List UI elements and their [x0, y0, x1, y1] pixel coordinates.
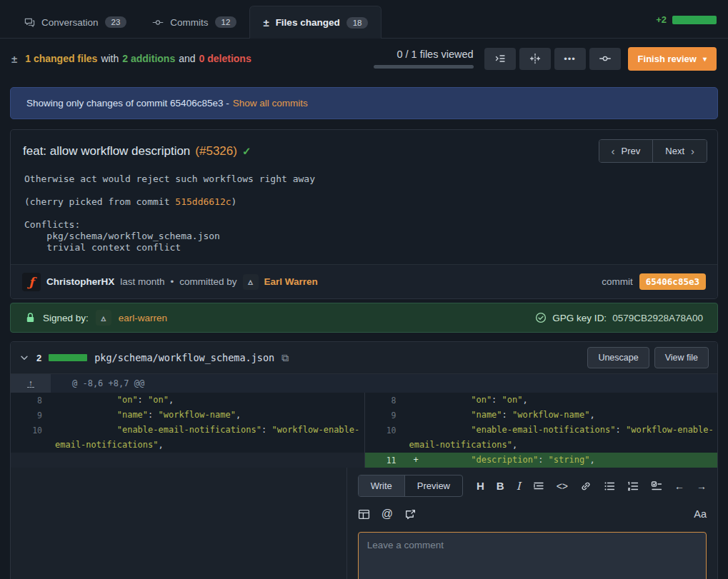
- issue-ref-link[interactable]: (#5326): [195, 144, 237, 158]
- diff-code-line: "enable-email-notifications": "workflow-…: [51, 423, 364, 453]
- redo-icon[interactable]: →: [697, 480, 707, 492]
- view-file-button[interactable]: View file: [654, 347, 709, 368]
- split-diff: 8 "on": "on",9 "name": "workflow-name",1…: [11, 393, 717, 468]
- conversation-count-badge: 23: [105, 16, 127, 28]
- additions-count: +2: [656, 14, 667, 25]
- diff-left: 8 "on": "on",9 "name": "workflow-name",1…: [11, 393, 364, 468]
- files-viewed-progress: 0 / 1 files viewed: [374, 49, 474, 69]
- lock-icon: [25, 312, 36, 323]
- bold-icon[interactable]: B: [497, 480, 504, 492]
- diff-row: 10 "enable-email-notifications": "workfl…: [11, 423, 364, 453]
- diff-icon: ±: [11, 53, 17, 65]
- code-icon[interactable]: <>: [557, 480, 568, 492]
- italic-icon[interactable]: I: [517, 480, 521, 493]
- file-tree-toggle-button[interactable]: [484, 48, 516, 70]
- gpg-key-label: GPG key ID:: [552, 313, 607, 323]
- heading-icon[interactable]: H: [477, 480, 484, 492]
- commit-pager: ‹ Prev Next ›: [599, 139, 707, 163]
- next-commit-button[interactable]: Next ›: [652, 140, 707, 162]
- expand-up-icon: ↑: [27, 379, 34, 388]
- tab-files-changed[interactable]: ± Files changed 18: [249, 6, 382, 39]
- tab-label: Files changed: [276, 17, 340, 28]
- line-number[interactable]: 9: [365, 408, 405, 423]
- quote-icon[interactable]: [533, 480, 544, 492]
- files-viewed-bar: [374, 65, 474, 69]
- additions-text: 2 additions: [122, 53, 175, 64]
- cherry-pick-sha-link[interactable]: 515dd6612c: [175, 196, 231, 207]
- split-view-icon: [529, 53, 541, 64]
- diff-row: 10 "enable-email-notifications": "workfl…: [365, 423, 718, 453]
- preview-tab[interactable]: Preview: [404, 475, 462, 496]
- author-name[interactable]: ChristopherHX: [46, 276, 114, 287]
- finish-review-label: Finish review: [638, 54, 697, 64]
- editor-toolbar: H B I <>: [477, 480, 707, 493]
- copy-path-icon[interactable]: ⧉: [281, 352, 289, 364]
- link-icon[interactable]: [580, 480, 592, 492]
- unescape-button[interactable]: Unescape: [587, 347, 649, 368]
- commit-sha-badge[interactable]: 65406c85e3: [639, 273, 706, 290]
- chevron-right-icon: ›: [691, 145, 694, 157]
- commit-verified-check-icon: ✓: [242, 145, 251, 158]
- editor-toolbar-secondary: @ Aa: [358, 508, 707, 520]
- comment-input[interactable]: [358, 532, 707, 579]
- diff-options-button[interactable]: •••: [554, 48, 586, 70]
- commit-message-conflicts: Conflicts: pkg/schema/workflow_schema.js…: [24, 219, 706, 253]
- committer-name[interactable]: Earl Warren: [264, 276, 318, 287]
- line-number[interactable]: 10: [11, 423, 51, 453]
- diff-empty-row: [11, 453, 364, 468]
- select-commit-button[interactable]: [589, 48, 621, 70]
- pr-tabs: Conversation 23 Commits 12 ± Files chang…: [11, 6, 382, 38]
- reference-icon[interactable]: [404, 508, 417, 520]
- expand-hunk-button[interactable]: ↑: [11, 374, 51, 393]
- gpg-key-id: 0579CB2928A78A00: [612, 313, 703, 323]
- commit-icon: [599, 53, 612, 64]
- split-view-button[interactable]: [519, 48, 551, 70]
- line-number[interactable]: 9: [11, 408, 51, 423]
- tab-conversation[interactable]: Conversation 23: [11, 6, 139, 38]
- line-number[interactable]: 8: [11, 393, 51, 408]
- additions-bar: [672, 16, 717, 24]
- commit-message: Otherwise act would reject such workflow…: [24, 173, 706, 253]
- file-name[interactable]: pkg/schema/workflow_schema.json: [94, 352, 274, 363]
- files-count-badge: 18: [346, 17, 369, 29]
- diff-code-line: "on": "on",: [405, 393, 718, 408]
- dropdown-caret-icon: ▾: [703, 55, 707, 63]
- tab-commits[interactable]: Commits 12: [139, 6, 249, 38]
- undo-icon[interactable]: ←: [674, 480, 684, 492]
- summary-text: with: [101, 53, 119, 64]
- commit-time: last month: [120, 276, 164, 287]
- diff-row: 8 "on": "on",: [11, 393, 364, 408]
- finish-review-button[interactable]: Finish review ▾: [628, 47, 717, 71]
- line-number[interactable]: 11: [365, 453, 405, 468]
- author-avatar[interactable]: ƒ: [22, 273, 41, 291]
- file-changes-count: 2: [36, 353, 41, 363]
- mention-icon[interactable]: @: [382, 508, 393, 520]
- signer-name[interactable]: earl-warren: [119, 313, 167, 323]
- pr-tabbar: Conversation 23 Commits 12 ± Files chang…: [0, 0, 728, 39]
- text-size-icon[interactable]: Aa: [694, 508, 707, 520]
- deletions-text: 0 deletions: [199, 53, 251, 64]
- unordered-list-icon[interactable]: [604, 480, 615, 492]
- diff-hunk-row: ↑ @ -8,6 +8,7 @@: [11, 374, 717, 393]
- banner-text: Showing only changes of commit 65406c85e…: [26, 98, 229, 109]
- show-all-commits-link[interactable]: Show all commits: [233, 98, 308, 109]
- diff-code-line: "name": "workflow-name",: [405, 408, 718, 423]
- task-list-icon[interactable]: [651, 480, 662, 492]
- ordered-list-icon[interactable]: [627, 480, 639, 492]
- changed-files-count: 1 changed files: [25, 53, 97, 64]
- editor-mode-tabs: Write Preview: [358, 475, 463, 497]
- write-tab[interactable]: Write: [359, 475, 404, 496]
- prev-commit-button[interactable]: ‹ Prev: [599, 140, 653, 162]
- commit-header: feat: allow workflow description (#5326)…: [11, 130, 717, 163]
- collapse-chevron-icon[interactable]: [19, 353, 29, 363]
- summary-text: and: [179, 53, 195, 64]
- changed-files-summary: ± 1 changed files with 2 additions and 0…: [11, 53, 251, 65]
- signer-avatar[interactable]: ▵: [96, 310, 111, 326]
- table-icon[interactable]: [358, 508, 370, 520]
- line-number[interactable]: 10: [365, 423, 405, 453]
- conversation-icon: [24, 17, 35, 28]
- line-number[interactable]: 8: [365, 393, 405, 408]
- next-label: Next: [665, 146, 684, 156]
- commit-detail-box: feat: allow workflow description (#5326)…: [10, 129, 718, 299]
- committer-avatar[interactable]: ▵: [243, 274, 259, 290]
